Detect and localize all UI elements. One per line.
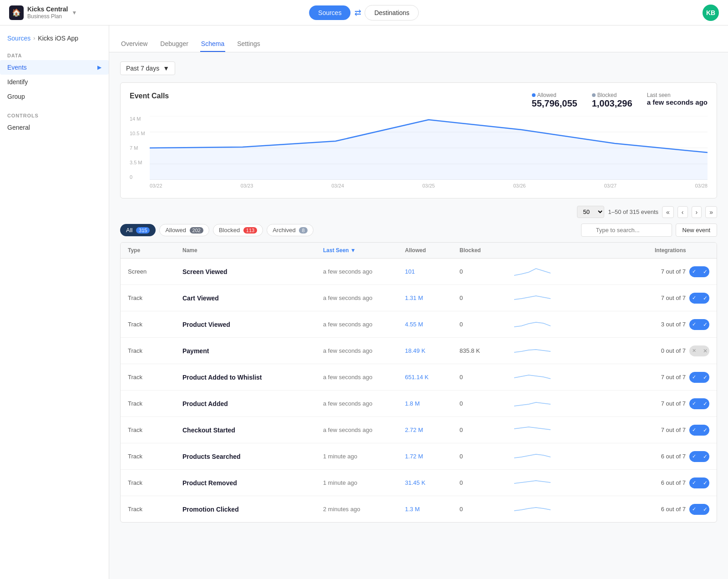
event-blocked: 0 <box>460 427 514 433</box>
event-last-seen: a few seconds ago <box>323 374 405 381</box>
prev-page-button[interactable]: ‹ <box>677 206 688 218</box>
table-row: Track Product Removed 1 minute ago 31.45… <box>121 470 717 496</box>
y-label-7m: 7 M <box>130 145 148 151</box>
chart-y-labels: 14 M 10.5 M 7 M 3.5 M 0 <box>130 116 148 180</box>
filter-archived[interactable]: Archived 8 <box>267 224 313 236</box>
event-integrations-cell: 6 out of 7 ✓ <box>655 477 709 488</box>
event-allowed: 1.31 M <box>405 295 460 301</box>
sync-nav-button[interactable]: ⇄ <box>354 8 361 18</box>
y-label-14m: 14 M <box>130 116 148 122</box>
event-blocked: 0 <box>460 268 514 275</box>
event-name[interactable]: Promotion Clicked <box>182 506 323 513</box>
x-label-0322: 03/22 <box>150 183 162 188</box>
event-integrations-cell: 6 out of 7 ✓ <box>655 451 709 462</box>
sidebar-item-identify[interactable]: Identify <box>0 75 109 89</box>
event-name[interactable]: Screen Viewed <box>182 268 323 275</box>
event-name[interactable]: Cart Viewed <box>182 295 323 302</box>
toggle-enabled[interactable]: ✓ <box>689 266 709 277</box>
event-integrations-cell: 7 out of 7 ✓ <box>655 398 709 409</box>
page-size-select[interactable]: 50 25 100 <box>577 206 604 218</box>
chart-svg-wrap <box>150 116 708 181</box>
toggle-enabled[interactable]: ✓ <box>689 398 709 409</box>
event-integrations-cell: 0 out of 7 ✕ <box>655 345 709 356</box>
sources-nav-button[interactable]: Sources <box>309 5 350 20</box>
filter-blocked[interactable]: Blocked 113 <box>213 224 263 236</box>
event-integrations: 0 out of 7 <box>661 347 686 354</box>
first-page-button[interactable]: « <box>662 206 674 218</box>
last-page-button[interactable]: » <box>705 206 717 218</box>
event-integrations: 7 out of 7 <box>661 268 686 275</box>
sidebar-item-identify-label: Identify <box>7 78 28 86</box>
filter-allowed-badge: 202 <box>190 227 203 234</box>
col-chart <box>514 247 655 254</box>
toggle-enabled[interactable]: ✓ <box>689 477 709 488</box>
sidebar-item-events-arrow: ▶ <box>97 64 101 71</box>
sidebar-item-events[interactable]: Events ▶ <box>0 60 109 75</box>
event-integrations: 6 out of 7 <box>661 453 686 460</box>
breadcrumb-current: Kicks iOS App <box>38 35 78 42</box>
toggle-enabled[interactable]: ✓ <box>689 293 709 304</box>
y-label-35m: 3.5 M <box>130 160 148 165</box>
event-name[interactable]: Products Searched <box>182 453 323 460</box>
col-name: Name <box>182 247 323 254</box>
top-nav: 🏠 Kicks Central Business Plan ▼ Sources … <box>0 0 728 25</box>
event-blocked: 835.8 K <box>460 347 514 354</box>
tab-debugger[interactable]: Debugger <box>159 36 189 52</box>
chart-x-labels: 03/22 03/23 03/24 03/25 03/26 03/27 03/2… <box>150 181 708 188</box>
page-info: 1–50 of 315 events <box>608 208 658 215</box>
event-blocked: 0 <box>460 453 514 460</box>
next-page-button[interactable]: › <box>692 206 702 218</box>
table-body: Screen Screen Viewed a few seconds ago 1… <box>121 259 717 522</box>
event-name[interactable]: Checkout Started <box>182 427 323 434</box>
col-last-seen[interactable]: Last Seen ▼ <box>323 247 405 254</box>
breadcrumb: Sources › Kicks iOS App <box>0 35 109 49</box>
table-row: Track Products Searched 1 minute ago 1.7… <box>121 443 717 470</box>
filter-all[interactable]: All 315 <box>120 224 156 236</box>
event-name[interactable]: Product Viewed <box>182 321 323 328</box>
toggle-enabled[interactable]: ✓ <box>689 319 709 330</box>
search-input[interactable] <box>581 223 672 237</box>
toggle-enabled[interactable]: ✓ <box>689 451 709 462</box>
event-name[interactable]: Payment <box>182 347 323 355</box>
filter-pills: All 315 Allowed 202 Blocked 113 Archived… <box>120 224 313 236</box>
sidebar-item-general-label: General <box>7 124 30 131</box>
sidebar-item-general[interactable]: General <box>0 120 109 135</box>
event-name[interactable]: Product Added <box>182 400 323 407</box>
event-integrations: 6 out of 7 <box>661 506 686 513</box>
x-label-0328: 03/28 <box>695 183 708 188</box>
toggle-enabled[interactable]: ✓ <box>689 504 709 515</box>
dot-allowed <box>532 93 536 97</box>
event-integrations-cell: 7 out of 7 ✓ <box>655 425 709 436</box>
col-blocked: Blocked <box>460 247 514 254</box>
tab-overview[interactable]: Overview <box>120 36 148 52</box>
breadcrumb-sources[interactable]: Sources <box>7 35 30 42</box>
filter-allowed[interactable]: Allowed 202 <box>159 224 209 236</box>
toggle-enabled[interactable]: ✓ <box>689 425 709 436</box>
event-name[interactable]: Product Removed <box>182 479 323 487</box>
tab-schema[interactable]: Schema <box>200 36 225 52</box>
chart-stat-allowed: Allowed 55,796,055 <box>532 92 577 109</box>
sidebar-item-group[interactable]: Group <box>0 89 109 104</box>
period-select[interactable]: Past 7 days ▼ <box>120 61 175 75</box>
event-mini-chart <box>514 317 655 332</box>
mini-chart-svg <box>514 370 551 383</box>
table-row: Track Payment a few seconds ago 18.49 K … <box>121 338 717 364</box>
event-type: Track <box>128 295 182 301</box>
col-allowed: Allowed <box>405 247 460 254</box>
chart-area: 14 M 10.5 M 7 M 3.5 M 0 <box>130 116 708 189</box>
tab-settings[interactable]: Settings <box>236 36 261 52</box>
toggle-disabled[interactable]: ✕ <box>689 345 709 356</box>
event-type: Track <box>128 453 182 460</box>
event-integrations-cell: 7 out of 7 ✓ <box>655 372 709 383</box>
brand-arrow[interactable]: ▼ <box>71 10 77 16</box>
event-name[interactable]: Product Added to Whislist <box>182 374 323 381</box>
filter-allowed-label: Allowed <box>165 227 186 234</box>
event-last-seen: a few seconds ago <box>323 268 405 275</box>
new-event-button[interactable]: New event <box>676 223 717 237</box>
destinations-nav-button[interactable]: Destinations <box>365 5 419 20</box>
event-mini-chart <box>514 475 655 490</box>
toggle-enabled[interactable]: ✓ <box>689 372 709 383</box>
filter-all-badge: 315 <box>136 227 150 234</box>
home-icon[interactable]: 🏠 <box>9 5 24 20</box>
avatar[interactable]: KB <box>703 5 719 21</box>
